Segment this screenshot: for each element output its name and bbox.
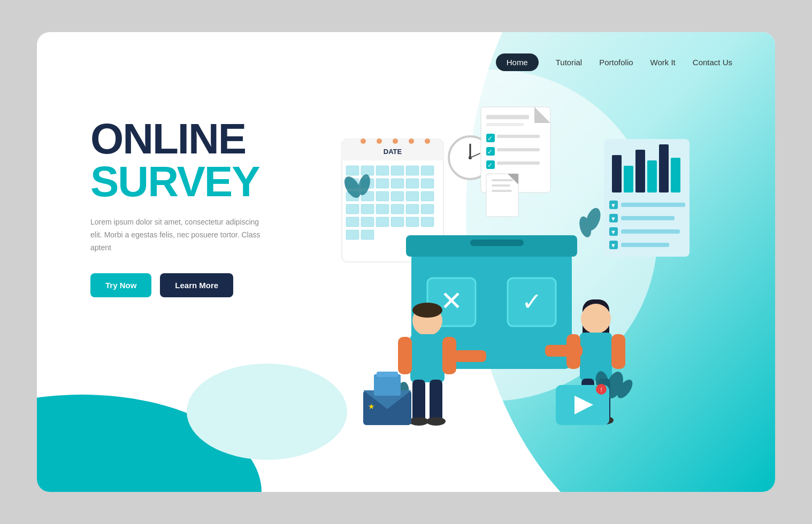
hero-buttons: Try Now Learn More <box>90 273 272 297</box>
svg-text:!: ! <box>600 387 602 393</box>
svg-rect-52 <box>497 135 540 138</box>
svg-rect-122 <box>374 374 401 396</box>
svg-rect-83 <box>621 216 675 220</box>
svg-text:▼: ▼ <box>610 242 616 249</box>
svg-rect-80 <box>621 203 685 207</box>
svg-text:✓: ✓ <box>522 288 542 315</box>
svg-rect-102 <box>580 333 612 381</box>
svg-rect-48 <box>486 115 529 119</box>
hero-description: Lorem ipsum dolor sit amet, consectetur … <box>90 216 272 254</box>
svg-rect-123 <box>377 372 398 377</box>
svg-point-98 <box>409 417 428 426</box>
svg-rect-72 <box>612 155 622 192</box>
svg-rect-89 <box>621 243 669 247</box>
svg-rect-73 <box>624 166 633 192</box>
svg-rect-27 <box>421 191 434 201</box>
svg-rect-105 <box>611 334 625 369</box>
svg-text:✓: ✓ <box>487 135 493 142</box>
nav-contact[interactable]: Contact Us <box>693 58 732 67</box>
svg-rect-15 <box>421 166 434 175</box>
svg-text:▼: ▼ <box>610 202 616 209</box>
svg-rect-35 <box>361 217 374 227</box>
svg-point-91 <box>412 303 442 318</box>
svg-text:DATE: DATE <box>384 148 402 156</box>
svg-rect-86 <box>621 229 680 234</box>
svg-rect-77 <box>671 158 680 192</box>
svg-rect-92 <box>410 334 445 382</box>
hero-title-online: ONLINE <box>90 118 272 160</box>
svg-rect-13 <box>391 166 404 175</box>
svg-rect-62 <box>492 184 510 187</box>
svg-rect-38 <box>406 217 419 227</box>
svg-text:▼: ▼ <box>610 215 616 222</box>
hero-title-survey: SURVEY <box>90 160 272 203</box>
svg-rect-34 <box>346 217 359 227</box>
navigation: Home Tutorial Portofolio Work It Contact… <box>496 53 732 71</box>
svg-rect-28 <box>346 204 359 214</box>
nav-tutorial[interactable]: Tutorial <box>556 58 582 67</box>
svg-rect-31 <box>391 204 404 214</box>
svg-rect-30 <box>376 204 389 214</box>
svg-rect-18 <box>376 179 389 188</box>
svg-rect-58 <box>497 161 540 165</box>
svg-point-99 <box>426 417 446 426</box>
svg-rect-10 <box>346 166 359 175</box>
svg-rect-19 <box>391 179 404 188</box>
svg-rect-41 <box>361 230 374 240</box>
svg-rect-76 <box>659 144 669 192</box>
svg-rect-61 <box>492 179 513 181</box>
svg-rect-24 <box>376 191 389 201</box>
svg-rect-63 <box>492 190 512 192</box>
page-container: Home Tutorial Portofolio Work It Contact… <box>37 32 775 492</box>
svg-rect-32 <box>406 204 419 214</box>
svg-rect-74 <box>635 150 645 192</box>
svg-rect-12 <box>376 166 389 175</box>
svg-rect-11 <box>361 166 374 175</box>
svg-point-5 <box>377 138 382 144</box>
svg-text:▼: ▼ <box>610 229 616 235</box>
svg-text:✓: ✓ <box>487 161 493 169</box>
svg-rect-93 <box>398 337 412 374</box>
svg-text:✕: ✕ <box>440 286 463 316</box>
svg-rect-104 <box>566 334 580 369</box>
svg-text:✓: ✓ <box>487 148 493 156</box>
nav-portfolio[interactable]: Portofolio <box>599 58 633 67</box>
svg-rect-20 <box>406 179 419 188</box>
nav-home[interactable]: Home <box>496 53 539 71</box>
svg-rect-14 <box>406 166 419 175</box>
svg-rect-39 <box>421 217 434 227</box>
svg-point-7 <box>409 138 414 144</box>
svg-rect-49 <box>486 123 524 126</box>
svg-rect-36 <box>376 217 389 227</box>
nav-workit[interactable]: Work It <box>650 58 676 67</box>
svg-rect-97 <box>430 380 442 422</box>
svg-rect-66 <box>470 240 524 246</box>
learn-more-button[interactable]: Learn More <box>160 273 233 297</box>
svg-point-101 <box>581 304 611 334</box>
svg-rect-21 <box>421 179 434 188</box>
svg-rect-25 <box>391 191 404 201</box>
svg-rect-40 <box>346 230 359 240</box>
svg-rect-75 <box>647 160 657 192</box>
svg-point-4 <box>361 138 366 144</box>
svg-rect-96 <box>412 380 425 422</box>
svg-point-8 <box>425 138 430 144</box>
svg-rect-37 <box>391 217 404 227</box>
svg-rect-95 <box>454 350 486 362</box>
svg-rect-3 <box>342 155 443 160</box>
svg-rect-33 <box>421 204 434 214</box>
svg-text:★: ★ <box>368 402 375 411</box>
svg-rect-29 <box>361 204 374 214</box>
try-now-button[interactable]: Try Now <box>90 273 151 297</box>
hero-content: ONLINE SURVEY Lorem ipsum dolor sit amet… <box>90 118 272 297</box>
svg-point-6 <box>393 138 398 144</box>
svg-rect-55 <box>497 148 540 151</box>
svg-rect-26 <box>406 191 419 201</box>
